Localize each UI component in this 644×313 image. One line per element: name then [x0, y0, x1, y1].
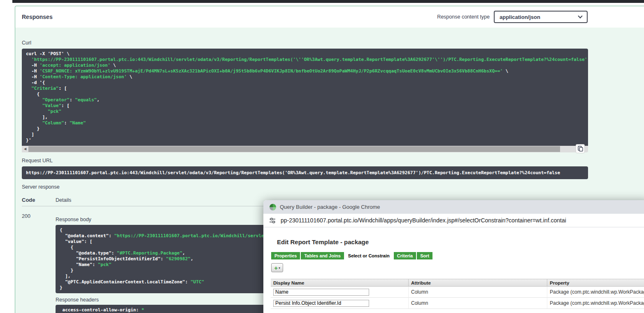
plus-icon: + — [274, 265, 278, 271]
curl-label: Curl — [22, 40, 31, 46]
chevron-down-icon — [578, 14, 582, 18]
tab-tables-and-joins[interactable]: Tables and Joins — [301, 252, 344, 259]
responses-section-header: Responses Response content type applicat… — [15, 6, 644, 28]
scrollbar-left-arrow-icon[interactable]: ◀ — [22, 146, 28, 152]
curl-code-block: curl -X 'POST' \ 'https://PP-23011110160… — [22, 49, 588, 146]
response-headers-label: Response headers — [56, 297, 99, 303]
clipboard-icon — [578, 146, 583, 152]
chrome-window: Query Builder - package - Google Chrome … — [263, 200, 644, 313]
property-cell: Package (com.ptc.windchill.wp.WorkPackag… — [547, 287, 644, 297]
code-column-header: Code — [22, 197, 35, 203]
column-header-display-name: Display Name — [271, 279, 409, 286]
copy-to-clipboard-button[interactable] — [576, 144, 585, 153]
tab-properties[interactable]: Properties — [271, 252, 300, 259]
browser-toolbar: pp-230111101607.portal.ptc.io/Windchill/… — [263, 214, 644, 227]
request-url-bar: https://PP-230111101607.portal.ptc.io:44… — [22, 166, 588, 179]
add-column-button[interactable]: + ▾ — [271, 263, 283, 272]
dropdown-caret-icon: ▾ — [279, 266, 280, 269]
response-body-label: Response body — [56, 217, 91, 222]
scrollbar-thumb[interactable] — [28, 146, 560, 152]
content-type-value: application/json — [500, 14, 540, 20]
table-header-row: Display Name Attribute Property — [271, 279, 644, 287]
attribute-cell: Column — [409, 287, 547, 297]
property-cell: Package (com.ptc.windchill.wp.WorkPackag… — [547, 298, 644, 308]
responses-title: Responses — [22, 14, 53, 20]
column-header-property: Property — [547, 279, 644, 286]
tab-bar: Properties Tables and Joins Select or Co… — [271, 252, 432, 259]
window-title-bar[interactable]: Query Builder - package - Google Chrome — [263, 200, 644, 214]
server-response-label: Server response — [22, 184, 60, 190]
display-name-input[interactable] — [273, 300, 369, 307]
tab-criteria[interactable]: Criteria — [394, 252, 416, 259]
tab-select-or-constrain[interactable]: Select or Constrain — [345, 252, 393, 259]
details-column-header: Details — [56, 197, 71, 203]
display-name-input[interactable] — [273, 289, 369, 296]
top-dark-strip — [12, 0, 644, 3]
table-row: Column Package (com.ptc.windchill.wp.Wor… — [271, 298, 644, 309]
windchill-favicon-icon — [270, 204, 276, 210]
status-code: 200 — [22, 213, 30, 219]
window-title: Query Builder - package - Google Chrome — [280, 204, 380, 210]
content-type-dropdown[interactable]: application/json — [494, 11, 588, 23]
site-info-icon[interactable] — [268, 216, 277, 224]
request-url-label: Request URL — [22, 158, 53, 164]
page-title: Edit Report Template - package — [277, 238, 369, 245]
attribute-cell: Column — [409, 298, 547, 308]
column-header-attribute: Attribute — [409, 279, 547, 286]
tab-sort[interactable]: Sort — [417, 252, 432, 259]
select-columns-table: Display Name Attribute Property Column P… — [271, 279, 644, 309]
response-content-type-label: Response content type — [437, 14, 490, 20]
address-bar-url[interactable]: pp-230111101607.portal.ptc.io/Windchill/… — [281, 217, 566, 224]
table-row: Column Package (com.ptc.windchill.wp.Wor… — [271, 287, 644, 298]
curl-horizontal-scrollbar[interactable]: ◀ — [22, 146, 588, 152]
